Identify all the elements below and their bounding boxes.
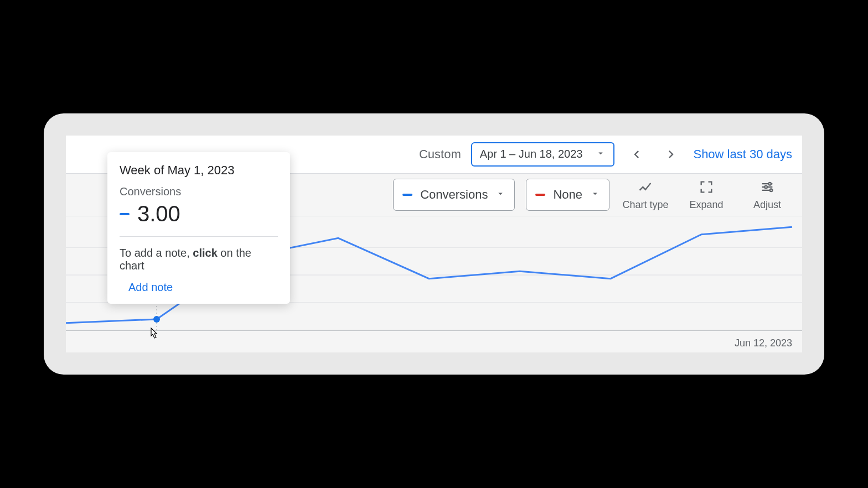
- adjust-icon: [760, 179, 775, 197]
- expand-label: Expand: [689, 199, 723, 211]
- add-note-link[interactable]: Add note: [120, 281, 278, 294]
- metric-1-label: Conversions: [420, 188, 488, 202]
- tooltip-value: 3.00: [137, 201, 180, 226]
- tooltip-color-swatch: [120, 213, 130, 215]
- svg-point-0: [768, 182, 771, 185]
- expand-button[interactable]: Expand: [681, 179, 731, 211]
- adjust-button[interactable]: Adjust: [742, 179, 792, 211]
- panel: Custom Apr 1 – Jun 18, 2023 Show last 30…: [66, 136, 802, 352]
- tooltip-hint: To add a note, click on the chart: [120, 247, 278, 272]
- tooltip-metric-name: Conversions: [120, 185, 278, 198]
- chart-type-label: Chart type: [622, 199, 668, 211]
- tooltip-value-row: 3.00: [120, 201, 278, 237]
- chart-area[interactable]: Jun 12, 2023 Week of May 1, 2023 Convers…: [66, 216, 802, 352]
- chevron-down-icon: [590, 189, 600, 201]
- next-period-button[interactable]: [659, 142, 683, 167]
- metric-1-color-swatch: [402, 194, 412, 196]
- expand-icon: [699, 179, 714, 197]
- x-axis-end-tick: Jun 12, 2023: [735, 338, 792, 349]
- custom-label: Custom: [419, 147, 461, 162]
- chart-tooltip: Week of May 1, 2023 Conversions 3.00 To …: [107, 152, 290, 304]
- svg-point-8: [153, 316, 160, 323]
- date-range-picker[interactable]: Apr 1 – Jun 18, 2023: [471, 142, 615, 167]
- chart-type-button[interactable]: Chart type: [621, 179, 670, 211]
- prev-period-button[interactable]: [624, 142, 649, 167]
- metric-1-select[interactable]: Conversions: [393, 179, 515, 211]
- metric-2-label: None: [553, 188, 582, 202]
- chart-type-icon: [638, 179, 653, 197]
- svg-point-1: [764, 185, 767, 188]
- adjust-label: Adjust: [753, 199, 781, 211]
- chevron-down-icon: [495, 189, 505, 201]
- svg-point-2: [770, 189, 773, 191]
- outer-card: Custom Apr 1 – Jun 18, 2023 Show last 30…: [44, 113, 824, 375]
- chevron-down-icon: [596, 148, 606, 160]
- show-last-30-days-link[interactable]: Show last 30 days: [693, 147, 792, 162]
- tooltip-title: Week of May 1, 2023: [120, 163, 278, 178]
- date-range-text: Apr 1 – Jun 18, 2023: [480, 148, 583, 160]
- metric-2-color-swatch: [535, 194, 545, 196]
- metric-2-select[interactable]: None: [526, 179, 609, 211]
